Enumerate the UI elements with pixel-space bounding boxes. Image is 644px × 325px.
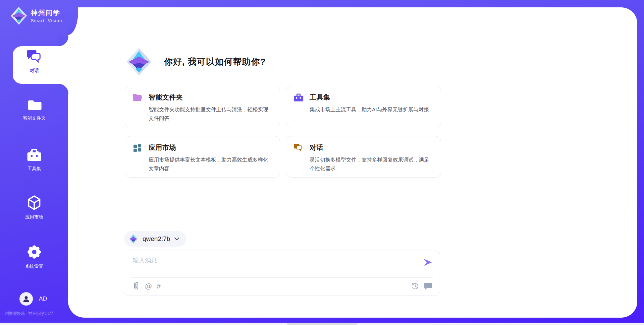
avatar: [19, 292, 33, 306]
attachment-icon[interactable]: [132, 282, 140, 290]
feature-card-toolset[interactable]: 工具集 集成市场上主流工具，助力AI与外界无缝扩展与对接: [286, 86, 441, 127]
message-input[interactable]: [133, 256, 415, 275]
brand-gem-icon: [129, 234, 138, 244]
app-subtitle: Smart Vision: [31, 18, 62, 23]
folder-icon: [132, 93, 143, 102]
greeting-block: 你好, 我可以如何帮助你?: [126, 47, 266, 76]
message-composer: @ #: [124, 251, 440, 296]
sidebar-logo: 神州问学 Smart Vision: [11, 7, 62, 25]
gear-icon: [27, 245, 42, 259]
card-title: 对话: [310, 143, 323, 152]
card-description: 集成市场上主流工具，助力AI与外界无缝扩展与对接: [310, 105, 433, 114]
sidebar-item-app-market[interactable]: 应用市场: [0, 195, 68, 220]
copyright-text: ©神州数码 · 神州问学出品: [5, 311, 53, 317]
sidebar-item-label: 系统设置: [0, 263, 68, 269]
chevron-down-icon: [174, 237, 179, 241]
sidebar-item-label: 工具集: [0, 166, 68, 172]
scrollbar-thumb[interactable]: [287, 323, 357, 325]
brand-gem-icon: [11, 7, 27, 25]
sidebar-item-label: 应用市场: [0, 214, 68, 220]
sidebar-item-label: 对话: [0, 68, 68, 74]
toolbox-icon: [26, 148, 42, 162]
history-icon[interactable]: [412, 282, 419, 290]
sidebar-item-label: 智能文件夹: [0, 115, 68, 121]
toolbox-icon: [293, 93, 304, 102]
card-title: 应用市场: [149, 143, 176, 152]
sidebar-item-chat[interactable]: 对话: [0, 50, 68, 74]
horizontal-scrollbar[interactable]: [0, 323, 644, 325]
greeting-title: 你好, 我可以如何帮助你?: [164, 56, 266, 68]
mention-icon[interactable]: @: [145, 282, 152, 290]
chat-icon: [293, 143, 304, 152]
card-title: 工具集: [310, 93, 330, 102]
grid-cube-icon: [132, 143, 143, 152]
topic-hash-icon[interactable]: #: [157, 282, 161, 290]
cube-icon: [27, 195, 42, 210]
send-icon[interactable]: [423, 258, 432, 267]
card-title: 智能文件夹: [149, 93, 183, 102]
app-title: 神州问学: [31, 8, 62, 17]
user-profile[interactable]: AD: [19, 292, 47, 306]
user-name: AD: [39, 296, 47, 302]
model-selector[interactable]: qwen2:7b: [124, 231, 186, 247]
composer-divider: [131, 277, 433, 278]
card-description: 灵活切换多模型文件，支持多样回复效果调试，满足个性化需求: [310, 155, 433, 173]
card-description: 应用市场提供丰富长文本模板，助力高效生成多样化文章内容: [149, 155, 272, 173]
sidebar-item-settings[interactable]: 系统设置: [0, 245, 68, 269]
feedback-bubble-icon[interactable]: [424, 282, 432, 290]
sidebar-item-smart-folder[interactable]: 智能文件夹: [0, 99, 68, 121]
card-description: 智能文件夹功能支持批量文件上传与清洗，轻松实现文件问答: [149, 105, 272, 123]
feature-card-app-market[interactable]: 应用市场 应用市场提供丰富长文本模板，助力高效生成多样化文章内容: [125, 136, 280, 178]
model-name: qwen2:7b: [143, 235, 170, 243]
sidebar-item-toolset[interactable]: 工具集: [0, 148, 68, 172]
chat-icon: [26, 50, 42, 64]
folder-icon: [27, 99, 42, 111]
feature-card-chat[interactable]: 对话 灵活切换多模型文件，支持多样回复效果调试，满足个性化需求: [286, 136, 441, 178]
feature-card-smart-folder[interactable]: 智能文件夹 智能文件夹功能支持批量文件上传与清洗，轻松实现文件问答: [125, 86, 280, 127]
brand-gem-icon: [126, 47, 151, 76]
person-icon: [22, 295, 30, 303]
